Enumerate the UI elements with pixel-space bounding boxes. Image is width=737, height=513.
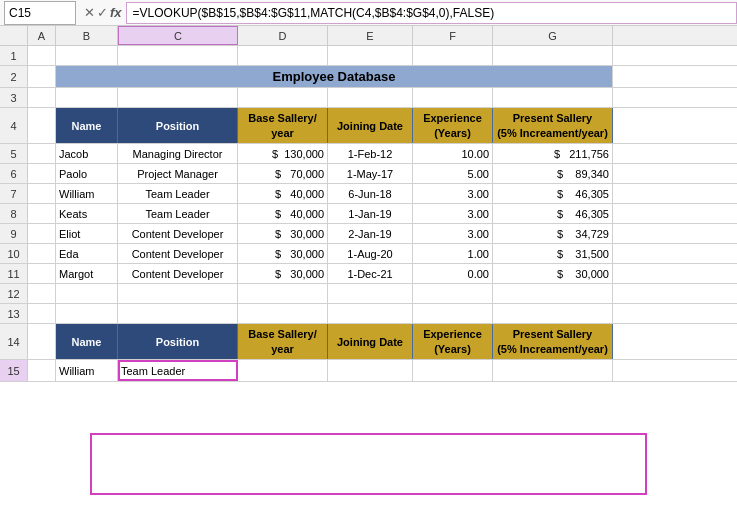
col-header-e[interactable]: E (328, 26, 413, 45)
cell-f12[interactable] (413, 284, 493, 303)
cell-b1[interactable] (56, 46, 118, 65)
cell-e3[interactable] (328, 88, 413, 107)
cell-d15[interactable] (238, 360, 328, 381)
cell-a7[interactable] (28, 184, 56, 203)
cell-d11[interactable]: $ 30,000 (238, 264, 328, 283)
cell-b10[interactable]: Eda (56, 244, 118, 263)
cell-b15[interactable]: William (56, 360, 118, 381)
lookup-header-position[interactable]: Position (118, 324, 238, 359)
cell-c7[interactable]: Team Leader (118, 184, 238, 203)
cell-d9[interactable]: $ 30,000 (238, 224, 328, 243)
cell-g9[interactable]: $ 34,729 (493, 224, 613, 243)
cell-d13[interactable] (238, 304, 328, 323)
cell-e12[interactable] (328, 284, 413, 303)
header-experience[interactable]: Experience(Years) (413, 108, 493, 143)
cell-b6[interactable]: Paolo (56, 164, 118, 183)
cell-e13[interactable] (328, 304, 413, 323)
cell-f6[interactable]: 5.00 (413, 164, 493, 183)
cell-f8[interactable]: 3.00 (413, 204, 493, 223)
cell-c1[interactable] (118, 46, 238, 65)
cell-a9[interactable] (28, 224, 56, 243)
col-header-f[interactable]: F (413, 26, 493, 45)
cell-g13[interactable] (493, 304, 613, 323)
cell-d12[interactable] (238, 284, 328, 303)
cell-f5[interactable]: 10.00 (413, 144, 493, 163)
cell-c6[interactable]: Project Manager (118, 164, 238, 183)
cell-f15[interactable] (413, 360, 493, 381)
cell-d5[interactable]: $ 130,000 (238, 144, 328, 163)
cell-f1[interactable] (413, 46, 493, 65)
cell-b9[interactable]: Eliot (56, 224, 118, 243)
cell-d8[interactable]: $ 40,000 (238, 204, 328, 223)
cell-f13[interactable] (413, 304, 493, 323)
cell-g11[interactable]: $ 30,000 (493, 264, 613, 283)
cell-a14[interactable] (28, 324, 56, 359)
cell-a6[interactable] (28, 164, 56, 183)
cell-c5[interactable]: Managing Director (118, 144, 238, 163)
cell-title[interactable]: Employee Database (56, 66, 613, 87)
cell-b12[interactable] (56, 284, 118, 303)
lookup-header-name[interactable]: Name (56, 324, 118, 359)
cell-f3[interactable] (413, 88, 493, 107)
cell-d3[interactable] (238, 88, 328, 107)
cell-b5[interactable]: Jacob (56, 144, 118, 163)
col-header-g[interactable]: G (493, 26, 613, 45)
cell-b13[interactable] (56, 304, 118, 323)
header-base-salary[interactable]: Base Sallery/year (238, 108, 328, 143)
cell-a2[interactable] (28, 66, 56, 87)
cell-b11[interactable]: Margot (56, 264, 118, 283)
cell-b3[interactable] (56, 88, 118, 107)
cell-a12[interactable] (28, 284, 56, 303)
col-header-c[interactable]: C (118, 26, 238, 45)
header-joining-date[interactable]: Joining Date (328, 108, 413, 143)
cell-reference-box[interactable]: C15 (4, 1, 76, 25)
cell-c15[interactable]: Team Leader ◄ (118, 360, 238, 381)
cell-e7[interactable]: 6-Jun-18 (328, 184, 413, 203)
cell-f10[interactable]: 1.00 (413, 244, 493, 263)
cell-c9[interactable]: Content Developer (118, 224, 238, 243)
cell-d10[interactable]: $ 30,000 (238, 244, 328, 263)
header-name[interactable]: Name (56, 108, 118, 143)
cell-c8[interactable]: Team Leader (118, 204, 238, 223)
cell-f11[interactable]: 0.00 (413, 264, 493, 283)
cell-a10[interactable] (28, 244, 56, 263)
cell-a4[interactable] (28, 108, 56, 143)
cell-d7[interactable]: $ 40,000 (238, 184, 328, 203)
cell-g6[interactable]: $ 89,340 (493, 164, 613, 183)
cell-d1[interactable] (238, 46, 328, 65)
cell-c10[interactable]: Content Developer (118, 244, 238, 263)
header-present-salary[interactable]: Present Sallery(5% Increament/year) (493, 108, 613, 143)
cell-b7[interactable]: William (56, 184, 118, 203)
cell-a13[interactable] (28, 304, 56, 323)
header-position[interactable]: Position (118, 108, 238, 143)
cell-a8[interactable] (28, 204, 56, 223)
cell-a3[interactable] (28, 88, 56, 107)
cell-g5[interactable]: $ 211,756 (493, 144, 613, 163)
fx-icon[interactable]: fx (110, 5, 122, 20)
lookup-header-experience[interactable]: Experience(Years) (413, 324, 493, 359)
confirm-icon[interactable]: ✓ (97, 5, 108, 20)
cell-g1[interactable] (493, 46, 613, 65)
cell-e11[interactable]: 1-Dec-21 (328, 264, 413, 283)
cell-g7[interactable]: $ 46,305 (493, 184, 613, 203)
cell-g3[interactable] (493, 88, 613, 107)
cell-e15[interactable] (328, 360, 413, 381)
lookup-header-present-salary[interactable]: Present Sallery(5% Increament/year) (493, 324, 613, 359)
cell-a15[interactable] (28, 360, 56, 381)
cell-c12[interactable] (118, 284, 238, 303)
cell-c3[interactable] (118, 88, 238, 107)
cell-a11[interactable] (28, 264, 56, 283)
lookup-header-joining[interactable]: Joining Date (328, 324, 413, 359)
cell-e10[interactable]: 1-Aug-20 (328, 244, 413, 263)
cancel-icon[interactable]: ✕ (84, 5, 95, 20)
cell-e9[interactable]: 2-Jan-19 (328, 224, 413, 243)
cell-f7[interactable]: 3.00 (413, 184, 493, 203)
cell-g10[interactable]: $ 31,500 (493, 244, 613, 263)
cell-e1[interactable] (328, 46, 413, 65)
col-header-b[interactable]: B (56, 26, 118, 45)
cell-e5[interactable]: 1-Feb-12 (328, 144, 413, 163)
cell-d6[interactable]: $ 70,000 (238, 164, 328, 183)
cell-c11[interactable]: Content Developer (118, 264, 238, 283)
lookup-header-salary[interactable]: Base Sallery/year (238, 324, 328, 359)
cell-c13[interactable] (118, 304, 238, 323)
